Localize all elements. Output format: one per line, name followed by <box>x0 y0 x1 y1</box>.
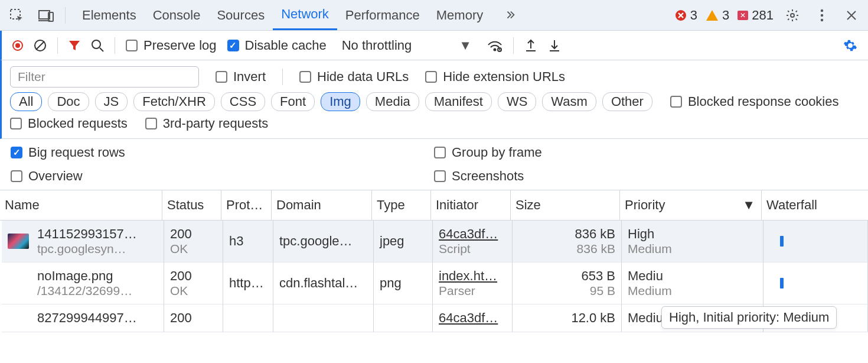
more-tabs-icon[interactable] <box>500 5 521 26</box>
filter-input[interactable] <box>10 66 199 87</box>
type-pill-fetch-xhr[interactable]: Fetch/XHR <box>133 92 215 111</box>
col-priority[interactable]: Priority ▼ <box>620 190 762 220</box>
waterfall-cell <box>763 262 868 304</box>
type: png <box>380 276 426 291</box>
issue-count-value: 281 <box>752 8 774 23</box>
warning-count[interactable]: 3 <box>706 8 729 23</box>
hide-data-urls-checkbox[interactable]: Hide data URLs <box>299 69 409 85</box>
screenshots-checkbox[interactable]: Screenshots <box>434 168 857 184</box>
type-pill-ws[interactable]: WS <box>498 92 536 111</box>
blocked-requests-checkbox[interactable]: Blocked requests <box>10 116 128 131</box>
checkbox-checked-icon <box>11 147 22 158</box>
type-pill-media[interactable]: Media <box>366 92 419 111</box>
device-toggle-icon[interactable] <box>35 5 57 26</box>
big-rows-label: Big request rows <box>28 145 125 160</box>
network-table-header: Name Status Prot… Domain Type Initiator … <box>0 190 868 221</box>
type-pill-js[interactable]: JS <box>95 92 128 111</box>
svg-point-5 <box>791 14 794 17</box>
table-row[interactable]: 141152993157…tpc.googlesyn…200OKh3tpc.go… <box>2 221 868 262</box>
type-pill-wasm[interactable]: Wasm <box>542 92 596 111</box>
import-har-icon[interactable] <box>548 39 561 52</box>
hide-extension-urls-checkbox[interactable]: Hide extension URLs <box>425 69 565 85</box>
col-name[interactable]: Name <box>0 190 162 220</box>
checkbox-icon <box>10 118 22 129</box>
initiator-sub: Script <box>439 242 506 256</box>
blocked-cookies-checkbox[interactable]: Blocked response cookies <box>670 94 839 109</box>
record-button[interactable] <box>12 40 23 51</box>
view-options: Big request rows Overview Group by frame… <box>0 139 868 190</box>
initiator-link[interactable]: index.ht… <box>439 268 506 284</box>
network-conditions-icon[interactable] <box>487 39 502 52</box>
preserve-log-checkbox[interactable]: Preserve log <box>126 38 217 53</box>
tab-elements[interactable]: Elements <box>74 0 145 30</box>
settings-gear-icon[interactable] <box>782 5 803 26</box>
col-size[interactable]: Size <box>511 190 620 220</box>
checkbox-icon <box>299 71 311 83</box>
search-icon[interactable] <box>91 39 104 52</box>
col-type[interactable]: Type <box>372 190 431 220</box>
domain: tpc.google… <box>279 234 367 249</box>
priority-tooltip: High, Initial priority: Medium <box>661 306 837 329</box>
divider <box>57 37 58 54</box>
svg-point-8 <box>821 18 823 21</box>
col-waterfall[interactable]: Waterfall <box>762 190 868 220</box>
tab-sources[interactable]: Sources <box>208 0 273 30</box>
protocol: http… <box>229 276 267 291</box>
overview-checkbox[interactable]: Overview <box>11 168 434 184</box>
initiator-link[interactable]: 64ca3df… <box>439 226 506 242</box>
status-code: 200 <box>170 226 217 242</box>
third-party-checkbox[interactable]: 3rd-party requests <box>145 116 269 131</box>
status-code: 200 <box>170 268 217 284</box>
type-pill-all[interactable]: All <box>10 92 42 111</box>
clear-icon[interactable] <box>34 39 47 52</box>
big-request-rows-checkbox[interactable]: Big request rows <box>11 145 434 160</box>
invert-checkbox[interactable]: Invert <box>216 69 266 85</box>
blocked-requests-label: Blocked requests <box>28 116 128 131</box>
disable-cache-checkbox[interactable]: Disable cache <box>227 38 327 53</box>
domain: cdn.flashtal… <box>279 276 367 291</box>
type-pill-css[interactable]: CSS <box>221 92 265 111</box>
col-protocol[interactable]: Prot… <box>221 190 272 220</box>
tab-performance[interactable]: Performance <box>337 0 428 30</box>
checkbox-icon <box>145 118 157 129</box>
checkbox-icon <box>434 147 446 158</box>
type-pill-img[interactable]: Img <box>321 92 360 111</box>
kebab-menu-icon[interactable] <box>811 5 833 26</box>
col-initiator[interactable]: Initiator <box>431 190 511 220</box>
type-pill-other[interactable]: Other <box>602 92 652 111</box>
col-domain[interactable]: Domain <box>272 190 372 220</box>
filter-icon[interactable] <box>68 40 80 51</box>
initiator-link[interactable]: 64ca3df… <box>439 310 506 326</box>
disable-cache-label: Disable cache <box>245 38 327 53</box>
network-settings-icon[interactable] <box>843 38 857 53</box>
invert-label: Invert <box>233 69 266 85</box>
throttling-dropdown[interactable]: No throttling ▼ <box>337 38 477 53</box>
tab-memory[interactable]: Memory <box>428 0 491 30</box>
request-name-sub: tpc.googlesyn… <box>37 242 158 256</box>
divider <box>65 7 66 24</box>
warning-count-value: 3 <box>722 8 729 23</box>
request-name: noImage.png <box>37 268 158 284</box>
checkbox-icon <box>425 71 437 83</box>
svg-point-6 <box>821 9 823 11</box>
size-sub: 95 B <box>590 284 615 298</box>
tooltip-text: High, Initial priority: Medium <box>669 310 829 325</box>
error-count[interactable]: 3 <box>675 8 697 23</box>
waterfall-bar <box>780 236 784 247</box>
waterfall-cell <box>763 221 868 262</box>
chevron-down-icon: ▼ <box>459 38 472 53</box>
type-pill-manifest[interactable]: Manifest <box>425 92 492 111</box>
inspect-icon[interactable] <box>6 5 27 26</box>
type-pill-doc[interactable]: Doc <box>48 92 89 111</box>
type-pill-font[interactable]: Font <box>271 92 315 111</box>
status-text: OK <box>170 242 217 256</box>
table-row[interactable]: noImage.png/134122/32699…200OKhttp…cdn.f… <box>2 262 868 304</box>
tab-console[interactable]: Console <box>145 0 209 30</box>
col-status[interactable]: Status <box>162 190 221 220</box>
issue-count[interactable]: ✕ 281 <box>738 8 774 23</box>
tab-network[interactable]: Network <box>273 0 337 30</box>
export-har-icon[interactable] <box>524 39 537 52</box>
error-count-value: 3 <box>690 8 697 23</box>
close-devtools-icon[interactable] <box>841 5 862 26</box>
group-by-frame-checkbox[interactable]: Group by frame <box>434 145 857 160</box>
